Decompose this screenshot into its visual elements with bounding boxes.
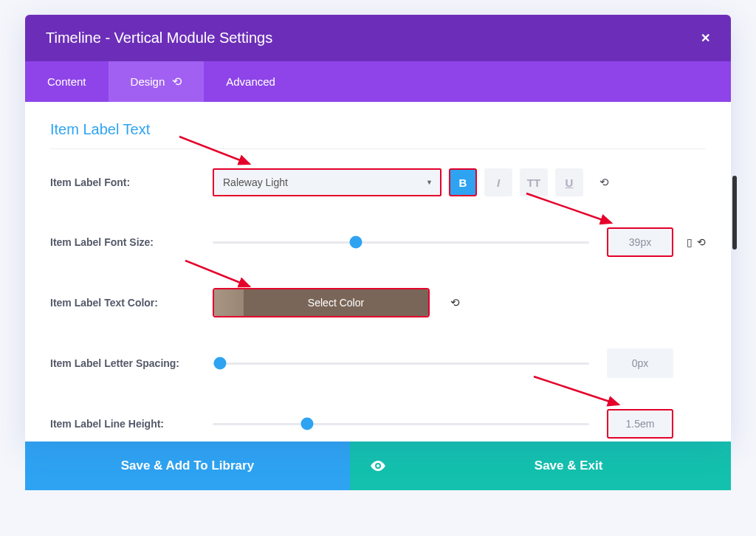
undo-icon: ⟲	[172, 75, 182, 89]
select-color-label: Select Color	[244, 289, 428, 316]
settings-modal: Timeline - Vertical Module Settings ✕ Co…	[25, 15, 731, 441]
select-color-button[interactable]: Select Color	[213, 288, 430, 317]
responsive-icon[interactable]: ▯	[687, 236, 693, 248]
scrollbar-indicator[interactable]	[732, 176, 737, 250]
font-size-value[interactable]: 39px	[607, 227, 673, 257]
svg-line-2	[185, 261, 250, 286]
reset-icon[interactable]: ⟲	[697, 236, 706, 248]
slider-knob[interactable]	[214, 357, 227, 370]
caps-button[interactable]: TT	[520, 168, 548, 196]
label-font-size: Item Label Font Size:	[50, 236, 213, 248]
tab-advanced[interactable]: Advanced	[204, 61, 298, 102]
svg-line-3	[534, 377, 619, 405]
letter-spacing-value[interactable]: 0px	[607, 348, 673, 378]
label-text-color: Item Label Text Color:	[50, 297, 213, 309]
font-select[interactable]: Raleway Light	[213, 168, 441, 196]
reset-icon[interactable]: ⟲	[597, 175, 611, 190]
color-swatch	[214, 289, 244, 316]
close-icon[interactable]: ✕	[701, 31, 710, 45]
save-exit-button[interactable]: Save & Exit	[406, 441, 731, 490]
slider-knob[interactable]	[349, 236, 362, 249]
font-select-wrap: Raleway Light	[213, 168, 441, 196]
line-height-slider[interactable]	[213, 423, 589, 425]
bold-button[interactable]: B	[449, 168, 477, 196]
underline-button[interactable]: U	[555, 168, 583, 196]
letter-spacing-slider[interactable]	[213, 363, 589, 365]
label-line-height: Item Label Line Height:	[50, 418, 213, 430]
tab-design-label: Design	[131, 75, 165, 88]
row-font: Item Label Font: Raleway Light B I TT U …	[50, 168, 706, 196]
preview-button[interactable]	[350, 441, 406, 490]
reset-icon[interactable]: ⟲	[450, 296, 460, 309]
row-text-color: Item Label Text Color: Select Color ⟲	[50, 288, 706, 317]
save-to-library-button[interactable]: Save & Add To Library	[25, 441, 350, 490]
row-font-size: Item Label Font Size: 39px ▯ ⟲	[50, 227, 706, 257]
slider-knob[interactable]	[300, 418, 313, 430]
modal-footer: Save & Add To Library Save & Exit	[25, 441, 731, 490]
tab-content[interactable]: Content	[25, 61, 109, 102]
svg-line-1	[526, 193, 611, 223]
line-height-value[interactable]: 1.5em	[607, 409, 673, 439]
section-title: Item Label Text	[50, 121, 706, 149]
label-letter-spacing: Item Label Letter Spacing:	[50, 357, 213, 369]
modal-titlebar: Timeline - Vertical Module Settings ✕	[25, 15, 731, 61]
row-line-height: Item Label Line Height: 1.5em	[50, 409, 706, 439]
tab-design[interactable]: Design ⟲	[109, 61, 205, 102]
modal-body: Item Label Text Item Label Font: Raleway…	[25, 102, 731, 441]
italic-button[interactable]: I	[484, 168, 512, 196]
eye-icon	[370, 461, 386, 471]
label-font: Item Label Font:	[50, 176, 213, 188]
modal-title: Timeline - Vertical Module Settings	[46, 30, 272, 47]
tab-bar: Content Design ⟲ Advanced	[25, 61, 731, 102]
svg-point-4	[377, 464, 379, 467]
font-size-slider[interactable]	[213, 241, 589, 244]
row-letter-spacing: Item Label Letter Spacing: 0px	[50, 348, 706, 378]
